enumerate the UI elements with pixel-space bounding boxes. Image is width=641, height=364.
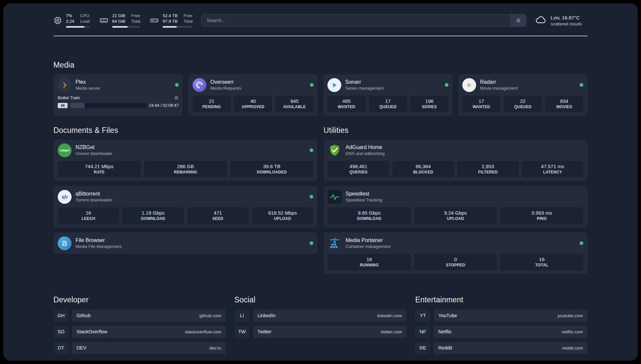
bookmark-github[interactable]: GH Github github.com bbox=[53, 310, 226, 322]
status-dot bbox=[310, 148, 313, 152]
bookmark-abbr: LI bbox=[234, 310, 250, 322]
cpu-percent: 7% bbox=[66, 13, 74, 19]
stat-label: DOWNLOAD bbox=[124, 216, 182, 221]
stat-label: RATE bbox=[59, 170, 139, 174]
stat-tile: 39.6 TB DOWNLOADED bbox=[230, 161, 313, 177]
stat-tile: 834 MOVIES bbox=[545, 96, 583, 112]
stat-label: FILTERED bbox=[459, 170, 517, 174]
now-playing-title: Bullet Train bbox=[58, 95, 80, 100]
qbittorrent-icon: qb bbox=[58, 190, 72, 204]
cpu-load-value: 3.24 bbox=[66, 19, 74, 24]
cpu-progress-fill bbox=[66, 26, 84, 28]
search-input[interactable] bbox=[201, 15, 511, 26]
stat-label: UPLOAD bbox=[415, 216, 496, 221]
disk-label-2: Total bbox=[184, 19, 193, 24]
section-title-documents: Documents & Files bbox=[53, 126, 318, 135]
plex-icon bbox=[58, 78, 72, 92]
playback-progress[interactable] bbox=[70, 103, 146, 108]
bookmark-youtube[interactable]: YT YouTube youtube.com bbox=[415, 310, 588, 322]
app-card-speedtest[interactable]: Speedtest Speedtest Tracking 9.65 Gbps D… bbox=[323, 186, 588, 228]
stat-label: TOTAL bbox=[502, 263, 582, 267]
bookmark-url: github.com bbox=[199, 313, 221, 318]
stat-tile: 485 WANTED bbox=[327, 96, 366, 112]
stat-tile: 9.65 Gbps DOWNLOAD bbox=[328, 207, 411, 224]
ram-progress-fill bbox=[112, 26, 128, 28]
stat-tile: 47.571 ms LATENCY bbox=[522, 161, 583, 177]
weather-widget[interactable]: Lviv, 16.87°C scattered clouds bbox=[535, 14, 588, 27]
stat-tile: 744.21 Mbps RATE bbox=[58, 161, 141, 177]
bookmark-dev[interactable]: DT DEV dev.to bbox=[53, 342, 226, 354]
stat-value: 17 bbox=[464, 98, 499, 104]
stat-tile: 196 SERIES bbox=[410, 96, 448, 112]
app-card-nzbget[interactable]: nzbget NZBGet Usenet downloader 744.21 M… bbox=[53, 139, 318, 181]
app-name: Speedtest bbox=[346, 191, 382, 197]
disk-total-value: 97.9 TB bbox=[163, 19, 177, 24]
bookmark-url: dev.to bbox=[209, 346, 221, 350]
stat-value: 21 bbox=[194, 98, 229, 104]
disk-label-1: Free bbox=[184, 13, 193, 19]
pause-button[interactable] bbox=[58, 103, 68, 108]
section-title-media: Media bbox=[53, 61, 588, 70]
stat-tile: 17 QUEUED bbox=[369, 96, 407, 112]
app-subtitle: Series management bbox=[345, 86, 383, 91]
ram-free-value: 22 GiB bbox=[112, 13, 125, 19]
stat-label: SEED bbox=[189, 216, 247, 221]
app-name: Radarr bbox=[480, 79, 518, 86]
stat-tile: 266 GB REMAINING bbox=[144, 161, 227, 177]
overseerr-icon bbox=[193, 78, 206, 92]
ram-label-2: Total bbox=[131, 19, 140, 24]
weather-condition: scattered clouds bbox=[551, 21, 582, 26]
search-engine-button[interactable]: G bbox=[511, 15, 526, 26]
search-bar: G bbox=[201, 14, 526, 27]
status-dot bbox=[310, 195, 313, 198]
cpu-label-1: CPU bbox=[80, 13, 90, 19]
bookmark-abbr: SO bbox=[53, 326, 69, 338]
bookmark-abbr: DT bbox=[53, 342, 69, 354]
ram-icon bbox=[100, 16, 108, 25]
app-card-filebrowser[interactable]: File Browser Media File Management bbox=[53, 232, 318, 254]
app-subtitle: Torrent downloader bbox=[76, 197, 112, 203]
stat-tile: 16 TOTAL bbox=[500, 254, 583, 270]
stat-value: 945 bbox=[277, 98, 312, 104]
bookmark-linkedin[interactable]: LI LinkedIn linkedin.com bbox=[234, 310, 407, 322]
bookmark-reddit[interactable]: RE Reddit reddit.com bbox=[415, 342, 588, 354]
gear-icon[interactable]: ⚙ bbox=[174, 95, 179, 100]
app-subtitle: Speedtest Tracking bbox=[346, 197, 382, 203]
app-card-sonarr[interactable]: Sonarr Series management 485 WANTED 17 Q… bbox=[323, 74, 453, 116]
stat-value: 9.24 Gbps bbox=[415, 210, 496, 216]
cpu-metric: 7% 3.24 CPU Load bbox=[53, 13, 90, 28]
bookmark-stackoverflow[interactable]: SO StackOverflow stackoverflow.com bbox=[53, 326, 226, 338]
app-card-radarr[interactable]: Radarr Movie management 17 WANTED 22 QUE… bbox=[458, 74, 588, 116]
disk-progress bbox=[163, 26, 193, 28]
app-card-overseerr[interactable]: Overseerr Media Requests 21 PENDING 40 A… bbox=[188, 74, 318, 116]
section-title-developer: Developer bbox=[53, 295, 226, 304]
stat-value: 47.571 ms bbox=[523, 164, 582, 169]
app-card-adguard[interactable]: AdGuard Home DNS and adblocking 498,461 … bbox=[323, 139, 588, 181]
stat-label: MOVIES bbox=[546, 105, 582, 109]
stat-tile: 618.52 Mbps UPLOAD bbox=[252, 207, 313, 224]
stat-label: DOWNLOADED bbox=[231, 170, 312, 174]
status-dot bbox=[580, 241, 583, 245]
bookmark-netflix[interactable]: NF Netflix netflix.com bbox=[415, 326, 588, 338]
stat-label: REMAINING bbox=[145, 170, 226, 174]
app-card-qbittorrent[interactable]: qb qBittorrent Torrent downloader 16 LEE… bbox=[53, 186, 318, 228]
stat-value: 266 GB bbox=[145, 164, 226, 169]
stat-value: 9.65 Gbps bbox=[329, 210, 410, 216]
stat-label: SERIES bbox=[412, 105, 447, 109]
stat-tile: 1.19 Gbps DOWNLOAD bbox=[122, 207, 184, 224]
app-name: Sonarr bbox=[345, 79, 383, 86]
cpu-icon bbox=[53, 16, 62, 25]
stat-label: RUNNING bbox=[329, 263, 410, 267]
app-subtitle: Media Requests bbox=[210, 86, 241, 91]
topbar-divider bbox=[53, 36, 588, 36]
cpu-progress bbox=[66, 26, 90, 28]
bookmark-twitter[interactable]: TW Twitter twitter.com bbox=[234, 326, 407, 338]
stat-value: 16 bbox=[502, 257, 582, 262]
stat-label: APPROVED bbox=[235, 105, 271, 109]
app-subtitle: DNS and adblocking bbox=[346, 151, 385, 157]
stat-label: AVAILABLE bbox=[277, 105, 312, 109]
stat-value: 16 bbox=[329, 257, 410, 262]
stat-value: 744.21 Mbps bbox=[59, 164, 139, 169]
app-card-plex[interactable]: Plex Media server Bullet Train ⚙ bbox=[53, 74, 183, 116]
app-card-portainer[interactable]: Media Portainer Container management 16 … bbox=[323, 232, 588, 274]
